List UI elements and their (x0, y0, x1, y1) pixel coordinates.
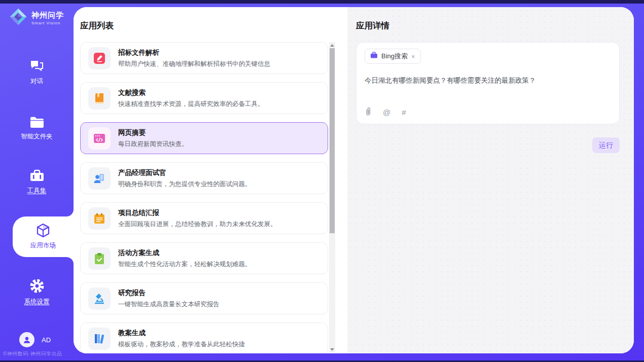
app-desc: 智能生成个性化活动方案，轻松解决规划难题。 (118, 260, 252, 269)
hashtag-icon[interactable]: # (402, 108, 406, 117)
app-list: 招标文件解析 帮助用户快速、准确地理解和解析招标书中的关键信息 文献搜索 快速精… (80, 42, 328, 353)
briefcase-icon (370, 52, 378, 61)
paperclip-icon[interactable] (365, 107, 372, 118)
app-desc: 快速精准查找学术资源，提高研究效率的必备工具。 (118, 100, 264, 108)
brand-logo: 神州问学 Smart Vision (9, 8, 64, 28)
sidebar-item-label: 系统设置 (0, 298, 74, 306)
app-desc: 帮助用户快速、准确地理解和解析招标书中的关键信息 (118, 60, 270, 68)
app-card-pm-interviewer[interactable]: 产品经理面试官 明确身份和职责，为您提供专业性的面试问题。 (80, 162, 328, 194)
avatar (19, 332, 34, 347)
at-mention-icon[interactable]: @ (383, 108, 390, 117)
app-card-event-plan[interactable]: 活动方案生成 智能生成个性化活动方案，轻松解决规划难题。 (80, 242, 328, 274)
scrollbar-thumb[interactable] (330, 48, 335, 233)
tool-tag-label: Bing搜索 (381, 52, 408, 61)
user-account[interactable]: AD (19, 332, 51, 347)
scroll-up-icon[interactable] (329, 42, 335, 48)
copyright-text: ©神州数码·神州问学出品 (3, 350, 74, 357)
sidebar: 神州问学 Smart Vision 对话 智能文件夹 (0, 4, 74, 360)
toolbox-icon (0, 169, 74, 183)
calendar-note-icon (88, 207, 111, 230)
close-icon[interactable]: × (411, 53, 415, 60)
app-desc: 模板驱动，教案秒成，教学准备从此轻松快捷 (118, 340, 245, 349)
browser-code-icon (88, 127, 111, 150)
sidebar-item-label: 智能文件夹 (0, 132, 74, 141)
run-button[interactable]: 运行 (592, 137, 620, 153)
app-name: 项目总结汇报 (118, 208, 277, 218)
app-name: 教案生成 (118, 329, 245, 338)
sidebar-item-chat[interactable]: 对话 (0, 58, 74, 86)
main-content: 应用列表 招标文件解析 帮助用户快速、准确地理解和解析招标书中的关键信息 (74, 7, 634, 353)
app-detail-title: 应用详情 (356, 20, 389, 31)
user-name: AD (42, 336, 51, 344)
cube-icon (13, 216, 74, 239)
sidebar-item-smart-folder[interactable]: 智能文件夹 (0, 116, 74, 141)
sidebar-item-label: 工具集 (0, 187, 74, 195)
document-edit-icon (88, 47, 111, 69)
app-desc: 一键智能生成高质量长文本研究报告 (118, 300, 220, 309)
app-name: 文献搜索 (118, 88, 264, 97)
microscope-icon (88, 287, 111, 310)
app-card-bid-analysis[interactable]: 招标文件解析 帮助用户快速、准确地理解和解析招标书中的关键信息 (80, 42, 328, 74)
app-name: 网页摘要 (118, 128, 188, 137)
app-name: 研究报告 (118, 288, 220, 298)
app-detail-panel: 应用详情 Bing搜索 × 今日湖北有哪些新闻要点？有哪些需要关注的最新政策？ (347, 7, 634, 353)
sidebar-item-app-market[interactable]: 应用市场 (13, 216, 74, 257)
prompt-text[interactable]: 今日湖北有哪些新闻要点？有哪些需要关注的最新政策？ (365, 76, 611, 85)
app-card-project-summary[interactable]: 项目总结汇报 全面回顾项目进展，总结经验教训，助力未来优化发展。 (80, 202, 328, 234)
sidebar-item-label: 对话 (0, 77, 74, 86)
app-list-panel: 应用列表 招标文件解析 帮助用户快速、准确地理解和解析招标书中的关键信息 (74, 7, 347, 353)
sidebar-item-label: 应用市场 (13, 241, 74, 250)
brand-name: 神州问学 Smart Vision (31, 11, 64, 25)
attachment-toolbar: @ # (365, 107, 406, 118)
tool-tag-bing-search[interactable]: Bing搜索 × (365, 49, 421, 64)
app-name: 招标文件解析 (118, 48, 270, 57)
app-card-web-summary[interactable]: 网页摘要 每日政府新闻资讯快查。 (80, 122, 328, 154)
interviewer-icon (88, 167, 111, 190)
app-desc: 全面回顾项目进展，总结经验教训，助力未来优化发展。 (118, 220, 277, 229)
folder-icon (0, 116, 74, 129)
app-desc: 明确身份和职责，为您提供专业性的面试问题。 (118, 180, 252, 189)
app-name: 活动方案生成 (118, 248, 252, 258)
app-card-lesson-plan[interactable]: 教案生成 模板驱动，教案秒成，教学准备从此轻松快捷 (80, 322, 328, 353)
diamond-logo-icon (9, 8, 27, 28)
gear-icon (0, 278, 74, 294)
list-scrollbar[interactable] (329, 42, 335, 352)
app-list-title: 应用列表 (80, 20, 114, 31)
sidebar-item-settings[interactable]: 系统设置 (0, 278, 74, 306)
books-icon (88, 328, 111, 350)
sidebar-item-toolset[interactable]: 工具集 (0, 169, 74, 195)
scroll-down-icon[interactable] (329, 346, 335, 352)
app-name: 产品经理面试官 (118, 168, 252, 177)
clipboard-check-icon (88, 247, 111, 270)
app-card-literature-search[interactable]: 文献搜索 快速精准查找学术资源，提高研究效率的必备工具。 (80, 82, 328, 114)
app-card-research-report[interactable]: 研究报告 一键智能生成高质量长文本研究报告 (80, 282, 328, 314)
book-icon (88, 87, 111, 110)
app-desc: 每日政府新闻资讯快查。 (118, 140, 188, 149)
chat-icon (0, 58, 74, 74)
prompt-card[interactable]: Bing搜索 × 今日湖北有哪些新闻要点？有哪些需要关注的最新政策？ @ # (356, 42, 620, 124)
